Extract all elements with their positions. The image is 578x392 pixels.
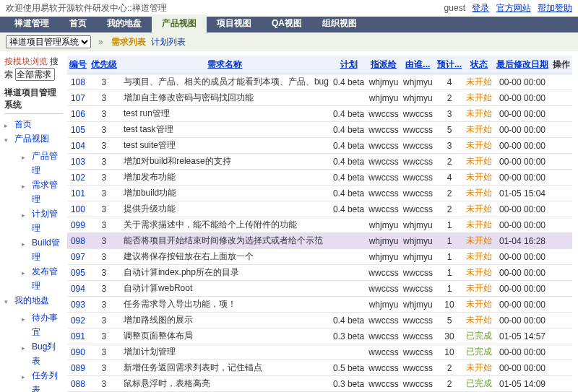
col-pri[interactable]: 优先级 [91, 59, 117, 69]
tree-node[interactable]: 我的地盘待办事宜Bug列表任务列表项目列表我的档案 [4, 293, 63, 392]
cell-est: 2 [435, 186, 464, 201]
cell-id[interactable]: 097 [67, 249, 89, 265]
tree-subnode[interactable]: 需求管理 [22, 178, 63, 206]
col-assign[interactable]: 指派给 [371, 59, 397, 69]
table-row: 0943自动计算webRootwwccsswwccss1未开始00-00 00:… [67, 281, 572, 297]
tree-subnode[interactable]: Bug列表 [22, 339, 63, 368]
cell-id-link[interactable]: 108 [71, 77, 85, 87]
tree-link[interactable]: 我的地盘 [14, 295, 49, 305]
cell-id-link[interactable]: 098 [71, 236, 85, 246]
cell-assign: wwccss [366, 360, 400, 376]
col-time[interactable]: 最后修改日期 [496, 59, 548, 69]
login-link[interactable]: 登录 [472, 3, 489, 13]
tab-5[interactable]: QA视图 [262, 14, 312, 32]
tree-link[interactable]: 首页 [14, 119, 32, 129]
col-est[interactable]: 预计... [437, 59, 462, 69]
tab-2[interactable]: 我的地盘 [97, 14, 152, 32]
tree-sublink[interactable]: 待办事宜 [32, 313, 58, 337]
cell-from: wwccss [401, 154, 435, 170]
tab-4[interactable]: 项目视图 [207, 14, 262, 32]
cell-id-link[interactable]: 107 [71, 93, 85, 103]
cell-id-link[interactable]: 104 [71, 141, 85, 151]
tree-subnode[interactable]: 产品管理 [22, 149, 63, 178]
cell-id[interactable]: 101 [67, 186, 89, 201]
tab-3[interactable]: 产品视图 [152, 14, 207, 32]
tree-subnode[interactable]: 发布管理 [22, 264, 63, 293]
cell-id[interactable]: 092 [67, 313, 89, 328]
cell-id[interactable]: 089 [67, 360, 89, 376]
cell-id-link[interactable]: 106 [71, 109, 85, 119]
cell-id[interactable]: 099 [67, 217, 89, 233]
cell-id-link[interactable]: 102 [71, 173, 85, 183]
cell-id-link[interactable]: 090 [71, 347, 85, 357]
tree-subnode[interactable]: 待办事宜 [22, 310, 63, 339]
cell-id[interactable]: 107 [67, 90, 89, 106]
cell-id[interactable]: 103 [67, 154, 89, 170]
tree-node[interactable]: 首页 [4, 117, 63, 131]
cell-status: 未开始 [464, 233, 494, 249]
tree-subnode[interactable]: 计划管理 [22, 206, 63, 235]
cell-id[interactable]: 098 [67, 233, 89, 249]
cell-id-link[interactable]: 088 [71, 379, 85, 389]
cell-id[interactable]: 100 [67, 201, 89, 217]
tree-sublink[interactable]: 任务列表 [32, 370, 58, 392]
tab-6[interactable]: 组织视图 [312, 14, 367, 32]
cell-name: test task管理 [119, 122, 331, 138]
donate-link[interactable]: 帮加赞助 [538, 3, 572, 13]
subbar-crumb-2[interactable]: 计划列表 [151, 37, 186, 47]
cell-id-link[interactable]: 093 [71, 300, 85, 310]
cell-id[interactable]: 105 [67, 122, 89, 138]
cell-id[interactable]: 091 [67, 328, 89, 344]
tree-sublink[interactable]: Build管理 [32, 238, 60, 262]
official-site-link[interactable]: 官方网站 [496, 3, 531, 13]
cell-id-link[interactable]: 103 [71, 157, 85, 167]
cell-id[interactable]: 095 [67, 265, 89, 281]
cell-time: 00-00 00:00 [494, 313, 551, 328]
cell-status: 未开始 [464, 186, 494, 201]
tree-sublink[interactable]: 产品管理 [32, 151, 58, 175]
cell-id[interactable]: 090 [67, 344, 89, 360]
tree-sublink[interactable]: Bug列表 [32, 341, 56, 366]
cell-assign: whjmyu [366, 233, 400, 249]
cell-from: whjmyu [401, 297, 435, 313]
cell-id[interactable]: 104 [67, 138, 89, 154]
cell-op [551, 217, 572, 233]
col-name[interactable]: 需求名称 [207, 59, 242, 69]
tree-link[interactable]: 产品视图 [14, 134, 49, 144]
cell-id-link[interactable]: 097 [71, 252, 85, 262]
cell-id-link[interactable]: 092 [71, 315, 85, 326]
cell-status: 未开始 [464, 201, 494, 217]
product-select[interactable]: 禅道项目管理系统 [6, 35, 91, 48]
cell-id-link[interactable]: 099 [71, 220, 85, 230]
tree-node[interactable]: 产品视图产品管理需求管理计划管理Build管理发布管理 [4, 131, 63, 293]
cell-id[interactable]: 094 [67, 281, 89, 297]
tree-sublink[interactable]: 发布管理 [32, 266, 58, 291]
search-input[interactable] [15, 68, 55, 81]
tree-sublink[interactable]: 计划管理 [32, 209, 58, 233]
col-plan[interactable]: 计划 [340, 59, 358, 69]
cell-id-link[interactable]: 091 [71, 331, 85, 341]
cell-from: whjmyu [401, 217, 435, 233]
tree-sublink[interactable]: 需求管理 [32, 180, 58, 204]
cell-time: 00-00 00:00 [494, 297, 551, 313]
cell-id-link[interactable]: 095 [71, 268, 85, 278]
cell-status: 已完成 [464, 376, 494, 392]
col-status[interactable]: 状态 [470, 59, 488, 69]
cell-id[interactable]: 106 [67, 106, 89, 122]
tab-1[interactable]: 首页 [59, 14, 97, 32]
cell-id[interactable]: 102 [67, 170, 89, 186]
cell-id-link[interactable]: 100 [71, 204, 85, 214]
cell-id-link[interactable]: 089 [71, 363, 85, 373]
cell-id[interactable]: 093 [67, 297, 89, 313]
cell-id[interactable]: 108 [67, 74, 89, 90]
col-id[interactable]: 编号 [69, 59, 87, 69]
col-from[interactable]: 由谁... [405, 59, 430, 69]
table-row: 0993关于需求描述中，能不能给个上传附件的功能whjmyuwhjmyu1未开始… [67, 217, 572, 233]
tab-0[interactable]: 禅道管理 [4, 14, 59, 32]
cell-id-link[interactable]: 094 [71, 284, 85, 294]
cell-id-link[interactable]: 105 [71, 125, 85, 135]
tree-subnode[interactable]: Build管理 [22, 235, 63, 264]
tree-subnode[interactable]: 任务列表 [22, 368, 63, 392]
cell-id-link[interactable]: 101 [71, 188, 85, 199]
cell-id[interactable]: 088 [67, 376, 89, 392]
